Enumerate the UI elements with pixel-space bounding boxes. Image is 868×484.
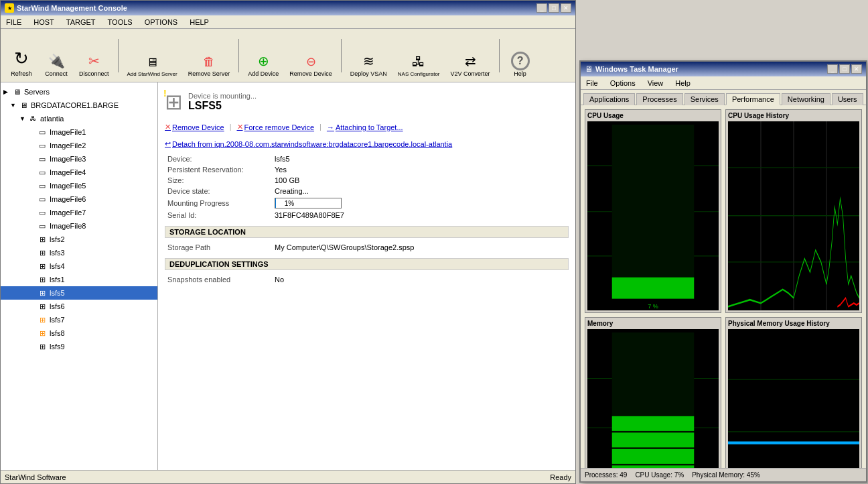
minimize-button[interactable]: _	[536, 3, 547, 13]
tab-users[interactable]: Users	[832, 93, 863, 105]
add-starwind-server-label: Add StarWind Server	[127, 71, 177, 77]
nas-configurator-button[interactable]: 🖧 NAS Configurator	[393, 34, 445, 79]
sidebar-item-imagefile2[interactable]: ▭ ImageFile2	[1, 139, 157, 152]
add-device-label: Add Device	[248, 70, 279, 77]
tree-expand-atlantia[interactable]: ▼	[19, 115, 27, 122]
remove-server-icon: 🗑	[203, 55, 215, 69]
v2v-converter-button[interactable]: ⇄ V2V Converter	[446, 34, 495, 79]
field-value-presres: Yes	[272, 164, 569, 175]
sidebar: ▶ 🖥 Servers ▼ 🖥 BRGDATACORE1.BARGE ▼ 🖧 a…	[1, 82, 158, 470]
lsfs1-label: lsfs1	[50, 276, 65, 284]
field-label-state: Device state:	[165, 186, 272, 196]
v2v-converter-icon: ⇄	[465, 53, 476, 69]
tm-menu-file[interactable]: File	[583, 78, 601, 88]
sidebar-item-lsfs8[interactable]: ⊞ lsfs8	[1, 326, 157, 340]
sidebar-item-lsfs6[interactable]: ⊞ lsfs6	[1, 300, 157, 313]
svg-rect-21	[612, 448, 695, 463]
sidebar-item-lsfs4[interactable]: ⊞ lsfs4	[1, 259, 157, 273]
imagefile3-icon: ▭	[37, 154, 48, 164]
menu-file[interactable]: FILE	[3, 17, 24, 27]
disconnect-button[interactable]: ✂ Disconnect	[74, 34, 114, 79]
field-value-size: 100 GB	[272, 175, 569, 186]
table-row: Size: 100 GB	[165, 175, 569, 186]
main-window-controls: _ □ ✕	[536, 3, 571, 13]
nas-configurator-icon: 🖧	[412, 54, 425, 70]
svg-rect-5	[612, 278, 695, 299]
sidebar-item-lsfs3[interactable]: ⊞ lsfs3	[1, 246, 157, 259]
device-main-icon: ⊞	[165, 90, 183, 114]
maximize-button[interactable]: □	[549, 3, 559, 13]
detach-link[interactable]: ↩ Detach from iqn.2008-08.com.starwindso…	[165, 139, 452, 148]
sidebar-item-imagefile3[interactable]: ▭ ImageFile3	[1, 152, 157, 166]
sidebar-item-servers[interactable]: ▶ 🖥 Servers	[1, 85, 157, 99]
force-remove-icon: ✕	[237, 123, 243, 131]
lsfs4-label: lsfs4	[50, 262, 65, 270]
tm-maximize[interactable]: □	[839, 64, 850, 74]
sidebar-item-brgdatacore1[interactable]: ▼ 🖥 BRGDATACORE1.BARGE	[1, 99, 157, 112]
help-button[interactable]: ? Help	[504, 34, 537, 79]
device-status-text: Device is mounting...	[188, 92, 257, 100]
sidebar-item-lsfs5[interactable]: ⊞ lsfs5	[1, 286, 157, 300]
force-remove-label: Force remove Device	[244, 123, 315, 131]
sidebar-item-imagefile8[interactable]: ▭ ImageFile8	[1, 219, 157, 233]
detach-label: Detach from iqn.2008-08.com.starwindsoft…	[172, 140, 452, 148]
menu-options[interactable]: OPTIONS	[142, 17, 181, 27]
brgdatacore-label: BRGDATACORE1.BARGE	[31, 101, 119, 109]
tm-minimize[interactable]: _	[827, 64, 838, 74]
sidebar-item-imagefile1[interactable]: ▭ ImageFile1	[1, 125, 157, 139]
force-remove-link[interactable]: ✕ Force remove Device	[237, 123, 315, 131]
tree-expand-servers[interactable]: ▶	[3, 88, 11, 95]
table-row: Persistent Reservation: Yes	[165, 164, 569, 175]
status-bar-left: StarWind Software	[5, 473, 66, 481]
tm-controls: _ □ ✕	[827, 64, 862, 74]
table-row: Mounting Progress 1%	[165, 196, 569, 210]
refresh-button[interactable]: ↻ Refresh	[5, 34, 38, 79]
sidebar-item-lsfs2[interactable]: ⊞ lsfs2	[1, 233, 157, 246]
sidebar-item-imagefile5[interactable]: ▭ ImageFile5	[1, 179, 157, 192]
atlantia-label: atlantia	[40, 115, 64, 123]
tm-menu-view[interactable]: View	[645, 78, 666, 88]
tab-applications[interactable]: Applications	[583, 93, 635, 105]
attaching-icon: →	[327, 123, 334, 131]
tm-menu-help[interactable]: Help	[672, 78, 693, 88]
menu-help[interactable]: HELP	[187, 17, 212, 27]
sidebar-item-lsfs7[interactable]: ⊞ lsfs7	[1, 313, 157, 326]
lsfs2-icon: ⊞	[37, 234, 48, 245]
svg-rect-4	[612, 125, 695, 299]
tm-close[interactable]: ✕	[851, 64, 862, 74]
remove-device-icon: ⊖	[306, 54, 316, 69]
add-device-button[interactable]: ⊕ Add Device	[243, 34, 283, 79]
sidebar-item-lsfs9[interactable]: ⊞ lsfs9	[1, 340, 157, 353]
tab-processes[interactable]: Processes	[636, 93, 682, 105]
cpu-history-title: CPU Usage History	[728, 112, 859, 119]
cpu-usage-box: CPU Usage 7 % 7 %	[585, 109, 721, 313]
toolbar: ↻ Refresh 🔌 Connect ✂ Disconnect 🖥 Add S…	[1, 29, 575, 82]
imagefile2-label: ImageFile2	[50, 141, 86, 149]
remove-device-link[interactable]: ✕ Remove Device	[165, 123, 224, 131]
sidebar-item-atlantia[interactable]: ▼ 🖧 atlantia	[1, 112, 157, 125]
attaching-link[interactable]: → Attaching to Target...	[327, 123, 403, 131]
lsfs8-label: lsfs8	[50, 329, 65, 337]
tab-services[interactable]: Services	[684, 93, 725, 105]
sidebar-item-imagefile7[interactable]: ▭ ImageFile7	[1, 206, 157, 219]
deploy-vsan-button[interactable]: ≋ Deploy VSAN	[346, 34, 392, 79]
menu-tools[interactable]: TOOLS	[105, 17, 135, 27]
sidebar-item-imagefile4[interactable]: ▭ ImageFile4	[1, 166, 157, 179]
atlantia-icon: 🖧	[27, 113, 38, 124]
tree-expand-brgdatacore1[interactable]: ▼	[10, 102, 18, 109]
field-label-device: Device:	[165, 154, 272, 164]
close-button[interactable]: ✕	[561, 3, 571, 13]
tab-networking[interactable]: Networking	[782, 93, 830, 105]
add-starwind-server-button[interactable]: 🖥 Add StarWind Server	[123, 34, 182, 79]
tm-status-processes: Processes: 49	[585, 471, 627, 479]
remove-server-button[interactable]: 🗑 Remove Server	[184, 34, 235, 79]
servers-label: Servers	[24, 88, 50, 96]
tm-menu-options[interactable]: Options	[607, 78, 638, 88]
remove-device-button[interactable]: ⊖ Remove Device	[285, 34, 337, 79]
tab-performance[interactable]: Performance	[726, 93, 780, 105]
memory-box: Memory	[585, 317, 721, 469]
menu-target[interactable]: TARGET	[64, 17, 98, 27]
sidebar-item-lsfs1[interactable]: ⊞ lsfs1	[1, 273, 157, 286]
connect-button[interactable]: 🔌 Connect	[40, 34, 73, 79]
menu-host[interactable]: HOST	[31, 17, 57, 27]
